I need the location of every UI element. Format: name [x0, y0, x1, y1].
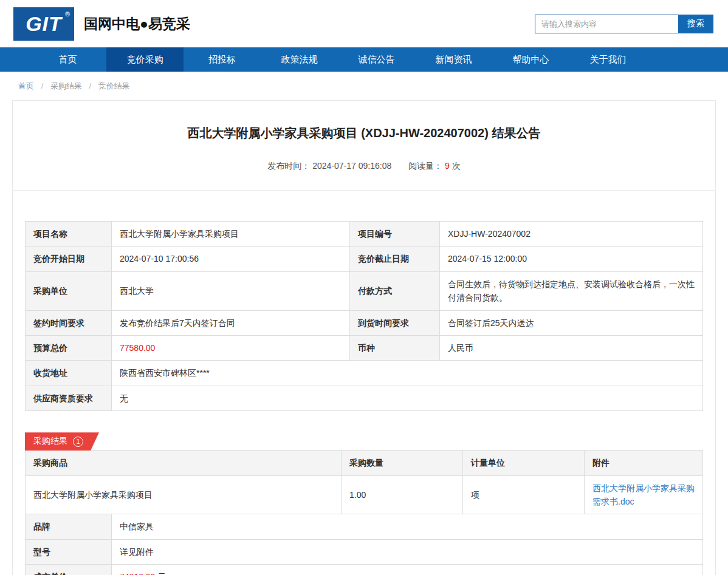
field-label: 币种	[350, 335, 440, 360]
nav-item-policies[interactable]: 政策法规	[261, 47, 338, 72]
table-row: 成交总价 74810.00 元	[26, 565, 703, 575]
nav-item-bidding-purchase[interactable]: 竞价采购	[106, 47, 184, 72]
nav-item-news[interactable]: 新闻资讯	[415, 47, 492, 72]
field-label: 预算总价	[26, 335, 112, 360]
main-nav: 首页 竞价采购 招投标 政策法规 诚信公告 新闻资讯 帮助中心 关于我们	[0, 47, 728, 72]
deal-total-value: 74810.00 元	[112, 565, 703, 575]
breadcrumb-bidding-results: 竞价结果	[98, 81, 130, 90]
field-label: 成交总价	[26, 565, 112, 575]
announcement-card: 西北大学附属小学家具采购项目 (XDJJ-HW-202407002) 结果公告 …	[12, 100, 716, 575]
logo-text: GIT	[26, 12, 62, 36]
breadcrumb-separator: /	[89, 81, 92, 90]
breadcrumb-purchase-results[interactable]: 采购结果	[50, 81, 82, 90]
budget-total-value: 77580.00	[112, 335, 350, 360]
table-row: 项目名称 西北大学附属小学家具采购项目 项目编号 XDJJ-HW-2024070…	[26, 222, 703, 247]
purchase-result-tag: 采购结果 1	[25, 432, 99, 451]
search-input[interactable]	[535, 15, 678, 33]
deal-amount: 74810.00	[120, 572, 155, 575]
field-label: 到货时间要求	[350, 310, 440, 335]
column-header-product: 采购商品	[26, 451, 342, 475]
nav-item-about-us[interactable]: 关于我们	[569, 47, 647, 72]
breadcrumb-separator: /	[41, 81, 44, 90]
nav-item-tenders[interactable]: 招投标	[184, 47, 261, 72]
top-bar: GIT ® 国网中电●易竞采 搜索	[0, 0, 728, 47]
column-header-quantity: 采购数量	[342, 451, 463, 475]
field-value: 西北大学附属小学家具采购项目	[112, 222, 350, 247]
column-header-attachment: 附件	[585, 451, 703, 475]
table-row: 品牌 中信家具	[26, 514, 703, 539]
field-value: 2024-07-15 12:00:00	[440, 247, 703, 271]
field-label: 供应商资质要求	[26, 386, 112, 410]
table-row: 供应商资质要求 无	[26, 386, 703, 410]
purchase-quantity: 1.00	[342, 475, 463, 514]
field-label: 项目编号	[350, 222, 440, 247]
site-title: 国网中电●易竞采	[84, 15, 190, 33]
result-count-badge: 1	[73, 437, 83, 447]
field-value: 无	[112, 386, 703, 410]
field-label: 收货地址	[26, 361, 112, 386]
announcement-header: 西北大学附属小学家具采购项目 (XDJJ-HW-202407002) 结果公告 …	[13, 101, 715, 190]
page-title: 西北大学附属小学家具采购项目 (XDJJ-HW-202407002) 结果公告	[37, 125, 691, 141]
purchase-result-table: 采购商品 采购数量 计量单位 附件 西北大学附属小学家具采购项目 1.00 项 …	[25, 450, 703, 514]
nav-item-integrity-notices[interactable]: 诚信公告	[338, 47, 415, 72]
view-count: 阅读量： 9 次	[408, 161, 461, 171]
view-count-number: 9	[445, 161, 450, 171]
nav-item-home[interactable]: 首页	[29, 47, 106, 72]
field-value: 人民币	[440, 335, 703, 360]
field-label: 品牌	[26, 514, 112, 539]
table-row: 西北大学附属小学家具采购项目 1.00 项 西北大学附属小学家具采购需求书.do…	[26, 475, 703, 514]
breadcrumb: 首页 / 采购结果 / 竞价结果	[0, 72, 728, 99]
field-label: 签约时间要求	[26, 310, 112, 335]
field-value: 陕西省西安市碑林区****	[112, 361, 703, 386]
table-row: 收货地址 陕西省西安市碑林区****	[26, 361, 703, 386]
field-value: XDJJ-HW-202407002	[440, 222, 703, 247]
field-value: 合同生效后，待货物到达指定地点、安装调试验收合格后，一次性付清合同货款。	[440, 271, 703, 310]
field-label: 项目名称	[26, 222, 112, 247]
table-row: 预算总价 77580.00 币种 人民币	[26, 335, 703, 360]
field-value: 2024-07-10 17:00:56	[112, 247, 350, 271]
field-value: 中信家具	[112, 514, 703, 539]
project-info-table: 项目名称 西北大学附属小学家具采购项目 项目编号 XDJJ-HW-2024070…	[25, 221, 703, 411]
measure-unit: 项	[463, 475, 585, 514]
nav-item-help-center[interactable]: 帮助中心	[492, 47, 569, 72]
site-logo[interactable]: GIT ®	[13, 7, 74, 41]
breadcrumb-home[interactable]: 首页	[18, 81, 34, 90]
attachment-cell: 西北大学附属小学家具采购需求书.doc	[585, 475, 703, 514]
field-value: 西北大学	[112, 271, 350, 310]
purchase-result-tag-label: 采购结果	[33, 436, 67, 447]
announcement-meta: 发布时间： 2024-07-17 09:16:08 阅读量： 9 次	[37, 161, 691, 190]
field-label: 竞价截止日期	[350, 247, 440, 271]
field-label: 竞价开始日期	[26, 247, 112, 271]
field-label: 付款方式	[350, 271, 440, 310]
column-header-unit: 计量单位	[463, 451, 585, 475]
deal-amount-unit: 元	[157, 572, 166, 575]
search-box: 搜索	[535, 15, 713, 33]
product-name: 西北大学附属小学家具采购项目	[26, 475, 342, 514]
result-detail-table: 品牌 中信家具 型号 详见附件 成交总价 74810.00 元 成交供应商 西安…	[25, 514, 703, 575]
publish-time: 发布时间： 2024-07-17 09:16:08	[267, 161, 394, 171]
registered-mark: ®	[65, 10, 70, 18]
table-row: 竞价开始日期 2024-07-10 17:00:56 竞价截止日期 2024-0…	[26, 247, 703, 271]
table-row: 型号 详见附件	[26, 539, 703, 564]
table-row: 签约时间要求 发布竞价结果后7天内签订合同 到货时间要求 合同签订后25天内送达	[26, 310, 703, 335]
table-row: 采购单位 西北大学 付款方式 合同生效后，待货物到达指定地点、安装调试验收合格后…	[26, 271, 703, 310]
field-value: 合同签订后25天内送达	[440, 310, 703, 335]
field-label: 采购单位	[26, 271, 112, 310]
attachment-link[interactable]: 西北大学附属小学家具采购需求书.doc	[592, 483, 695, 506]
table-header-row: 采购商品 采购数量 计量单位 附件	[26, 451, 703, 475]
field-label: 型号	[26, 539, 112, 564]
search-button[interactable]: 搜索	[678, 15, 713, 33]
field-value: 详见附件	[112, 539, 703, 564]
announcement-body: 项目名称 西北大学附属小学家具采购项目 项目编号 XDJJ-HW-2024070…	[13, 191, 715, 575]
field-value: 发布竞价结果后7天内签订合同	[112, 310, 350, 335]
